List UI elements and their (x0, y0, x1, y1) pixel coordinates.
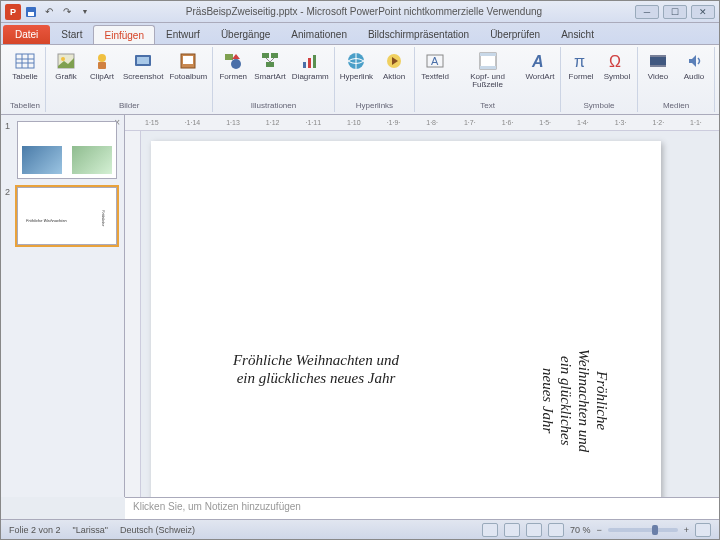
hyperlink-icon (345, 50, 367, 72)
aktion-button[interactable]: Aktion (377, 48, 411, 83)
formel-icon: π (570, 50, 592, 72)
screenshot-button[interactable]: Screenshot (121, 48, 165, 83)
thumb-number: 2 (5, 187, 13, 245)
svg-rect-15 (225, 54, 233, 60)
ribbon-group-medien: VideoAudioMedien (638, 47, 715, 112)
notes-pane[interactable]: Klicken Sie, um Notizen hinzuzufügen (125, 497, 719, 519)
button-label: Diagramm (292, 73, 329, 81)
svg-rect-1 (28, 12, 34, 16)
qat-dropdown-icon[interactable]: ▼ (77, 4, 93, 20)
group-label: Illustrationen (216, 101, 330, 111)
formel-button[interactable]: πFormel (564, 48, 598, 83)
undo-icon[interactable]: ↶ (41, 4, 57, 20)
svg-rect-18 (271, 53, 278, 58)
kopf-button[interactable]: Kopf- und Fußzeile (454, 48, 521, 92)
grafik-button[interactable]: Grafik (49, 48, 83, 83)
zoom-in-icon[interactable]: + (684, 525, 689, 535)
slide-counter: Folie 2 von 2 (9, 525, 61, 535)
svg-line-20 (266, 58, 270, 62)
slide-thumbnails-panel: × 1 2 Fröhliche Weihnachten Fröhliche (1, 115, 125, 497)
content-area: × 1 2 Fröhliche Weihnachten Fröhliche 1·… (1, 115, 719, 497)
text-horizontal[interactable]: Fröhliche Weihnachten undein glückliches… (201, 351, 431, 387)
grafik-icon (55, 50, 77, 72)
title-bar: P ↶ ↷ ▼ PräsBeispZweiseitig.pptx - Micro… (1, 1, 719, 23)
smartart-button[interactable]: SmartArt (252, 48, 288, 83)
zoom-level[interactable]: 70 % (570, 525, 591, 535)
theme-name: "Larissa" (73, 525, 108, 535)
thumb-number: 1 (5, 121, 13, 179)
button-label: Grafik (55, 73, 76, 81)
fotoalbum-button[interactable]: Fotoalbum (167, 48, 209, 83)
app-icon[interactable]: P (5, 4, 21, 20)
smartart-icon (259, 50, 281, 72)
diagramm-button[interactable]: Diagramm (290, 48, 331, 83)
svg-rect-17 (262, 53, 269, 58)
quick-access-toolbar: P ↶ ↷ ▼ (5, 4, 93, 20)
zoom-slider[interactable] (608, 528, 678, 532)
text-vertical[interactable]: FröhlicheWeihnachten undein glücklichesn… (539, 301, 611, 497)
tab-uebergaenge[interactable]: Übergänge (211, 25, 280, 44)
window-controls: ─ ☐ ✕ (635, 5, 715, 19)
audio-button[interactable]: Audio (677, 48, 711, 83)
button-label: Formel (569, 73, 594, 81)
slide-editor: 1·15·1·141·131·12·1·111·10·1·9·1·8·1·7·1… (125, 115, 719, 497)
tab-start[interactable]: Start (51, 25, 92, 44)
reading-view-button[interactable] (526, 523, 542, 537)
normal-view-button[interactable] (482, 523, 498, 537)
button-label: Tabelle (12, 73, 37, 81)
svg-text:Ω: Ω (609, 53, 621, 70)
redo-icon[interactable]: ↷ (59, 4, 75, 20)
thumbnail-1[interactable]: 1 (5, 121, 120, 179)
svg-point-16 (231, 59, 241, 69)
maximize-button[interactable]: ☐ (663, 5, 687, 19)
group-label: Medien (641, 101, 711, 111)
button-label: Video (648, 73, 668, 81)
tab-entwurf[interactable]: Entwurf (156, 25, 210, 44)
textfeld-button[interactable]: ATextfeld (418, 48, 452, 83)
tab-ansicht[interactable]: Ansicht (551, 25, 604, 44)
tab-ueberpruefen[interactable]: Überprüfen (480, 25, 550, 44)
button-label: Aktion (383, 73, 405, 81)
svg-rect-19 (266, 62, 274, 67)
svg-point-9 (98, 54, 106, 62)
svg-rect-14 (183, 56, 193, 64)
ribbon-tabs: Datei Start Einfügen Entwurf Übergänge A… (1, 23, 719, 45)
hyperlink-button[interactable]: Hyperlink (338, 48, 375, 83)
video-button[interactable]: Video (641, 48, 675, 83)
symbol-button[interactable]: ΩSymbol (600, 48, 634, 83)
svg-text:A: A (431, 55, 439, 67)
thumb-preview-1[interactable] (17, 121, 117, 179)
svg-rect-24 (313, 55, 316, 68)
fit-window-button[interactable] (695, 523, 711, 537)
svg-rect-23 (308, 58, 311, 68)
minimize-button[interactable]: ─ (635, 5, 659, 19)
zoom-out-icon[interactable]: − (596, 525, 601, 535)
clipart-button[interactable]: ClipArt (85, 48, 119, 83)
formen-button[interactable]: Formen (216, 48, 250, 83)
tab-einfuegen[interactable]: Einfügen (93, 25, 154, 44)
aktion-icon (383, 50, 405, 72)
ribbon-group-symbole: πFormelΩSymbolSymbole (561, 47, 638, 112)
audio-icon (683, 50, 705, 72)
button-label: WordArt (525, 73, 554, 81)
language-indicator[interactable]: Deutsch (Schweiz) (120, 525, 195, 535)
slide-canvas[interactable]: Fröhliche Weihnachten undein glückliches… (151, 141, 661, 497)
thumb-preview-2[interactable]: Fröhliche Weihnachten Fröhliche (17, 187, 117, 245)
button-label: SmartArt (254, 73, 286, 81)
window-title: PräsBeispZweiseitig.pptx - Microsoft Pow… (93, 6, 635, 17)
group-label: Symbole (564, 101, 634, 111)
fotoalbum-icon (177, 50, 199, 72)
horizontal-ruler: 1·15·1·141·131·12·1·111·10·1·9·1·8·1·7·1… (125, 115, 719, 131)
file-tab[interactable]: Datei (3, 25, 50, 44)
tabelle-button[interactable]: Tabelle (8, 48, 42, 83)
ribbon-group-tabellen: TabelleTabellen (5, 47, 46, 112)
wordart-button[interactable]: AWordArt (523, 48, 557, 83)
sorter-view-button[interactable] (504, 523, 520, 537)
save-icon[interactable] (23, 4, 39, 20)
tab-bildschirmpraesentation[interactable]: Bildschirmpräsentation (358, 25, 479, 44)
slideshow-view-button[interactable] (548, 523, 564, 537)
svg-text:A: A (531, 53, 544, 70)
tab-animationen[interactable]: Animationen (281, 25, 357, 44)
close-button[interactable]: ✕ (691, 5, 715, 19)
thumbnail-2[interactable]: 2 Fröhliche Weihnachten Fröhliche (5, 187, 120, 245)
